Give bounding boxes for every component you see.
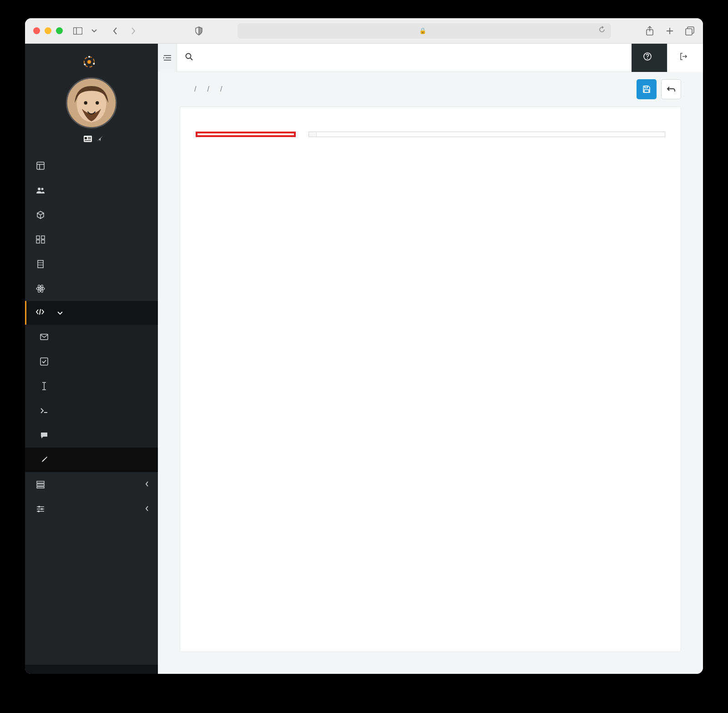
- brand-logo[interactable]: [25, 55, 158, 69]
- svg-rect-16: [88, 138, 91, 139]
- svg-rect-26: [41, 240, 45, 243]
- template-list: [196, 132, 296, 137]
- app-frame: / / /: [25, 44, 703, 674]
- sidebar-top: [25, 44, 158, 153]
- sidebar-item-settings[interactable]: [25, 497, 158, 521]
- svg-point-9: [84, 64, 86, 66]
- highlighted-templates: [196, 132, 296, 137]
- code-content[interactable]: [317, 132, 665, 137]
- svg-rect-17: [85, 140, 91, 141]
- window-maximize-button[interactable]: [56, 27, 63, 34]
- svg-point-22: [41, 188, 44, 190]
- sidebar: [25, 44, 158, 674]
- url-bar[interactable]: 🔒: [238, 23, 611, 39]
- content-panel: [180, 107, 681, 652]
- logo-icon: [82, 55, 96, 69]
- svg-rect-37: [37, 484, 44, 486]
- sidebar-sub-lambdas[interactable]: [25, 398, 158, 423]
- svg-point-8: [93, 63, 95, 65]
- sidebar-sub-forms[interactable]: [25, 349, 158, 374]
- svg-point-6: [87, 60, 91, 64]
- question-icon: [643, 52, 652, 63]
- search-icon: [185, 53, 193, 63]
- card-icon[interactable]: [84, 135, 92, 144]
- envelope-icon: [39, 332, 49, 342]
- sidebar-footer: [25, 665, 158, 674]
- window-close-button[interactable]: [33, 27, 40, 34]
- svg-rect-53: [644, 90, 649, 92]
- svg-rect-52: [645, 86, 647, 88]
- share-icon[interactable]: [645, 26, 655, 36]
- help-button[interactable]: [632, 44, 667, 72]
- logout-button[interactable]: [667, 44, 703, 72]
- sidebar-sub-themes[interactable]: [25, 448, 158, 472]
- save-button[interactable]: [637, 79, 657, 99]
- svg-rect-15: [88, 137, 91, 138]
- check-icon: [39, 356, 49, 367]
- page-header: / / /: [158, 72, 703, 107]
- comment-icon: [39, 430, 49, 440]
- location-icon[interactable]: [96, 135, 104, 144]
- traffic-lights: [33, 27, 63, 34]
- svg-rect-23: [36, 236, 40, 239]
- topbar: [158, 44, 703, 72]
- undo-button[interactable]: [661, 79, 681, 99]
- sidebar-toggle-icon[interactable]: [73, 26, 83, 36]
- svg-rect-34: [40, 334, 48, 340]
- code-icon: [35, 308, 45, 317]
- sidebar-item-entity-management[interactable]: [25, 472, 158, 497]
- chevron-down-icon[interactable]: [89, 26, 99, 36]
- sidebar-item-dashboard[interactable]: [25, 153, 158, 178]
- svg-point-7: [88, 56, 90, 58]
- svg-point-21: [38, 188, 40, 190]
- svg-point-51: [647, 58, 648, 59]
- browser-chrome: 🔒: [25, 18, 703, 44]
- editor-layout: [196, 132, 665, 137]
- plus-icon[interactable]: [665, 26, 675, 36]
- brush-icon: [39, 455, 49, 465]
- sidebar-sub-message-templates[interactable]: [25, 423, 158, 448]
- svg-point-44: [38, 510, 40, 512]
- window-minimize-button[interactable]: [45, 27, 51, 34]
- reload-icon[interactable]: [598, 26, 606, 36]
- users-icon: [35, 185, 46, 195]
- main-area: / / /: [158, 44, 703, 674]
- username-row: [25, 135, 158, 144]
- sidebar-item-applications[interactable]: [25, 203, 158, 227]
- sidebar-item-tenants[interactable]: [25, 252, 158, 276]
- search-wrapper: [177, 53, 632, 63]
- line-gutter: [309, 132, 317, 137]
- sidebar-item-customizations[interactable]: [25, 301, 158, 325]
- shield-icon[interactable]: [194, 26, 204, 36]
- search-input[interactable]: [200, 53, 623, 62]
- sidebar-sub-email-templates[interactable]: [25, 325, 158, 349]
- collapse-sidebar-button[interactable]: [158, 44, 177, 72]
- code-editor[interactable]: [308, 132, 665, 137]
- svg-rect-27: [38, 260, 43, 268]
- svg-rect-18: [37, 162, 44, 169]
- terminal-icon: [39, 406, 49, 416]
- tabs-icon[interactable]: [685, 26, 695, 36]
- avatar[interactable]: [66, 77, 117, 128]
- sidebar-item-groups[interactable]: [25, 227, 158, 252]
- back-icon[interactable]: [110, 26, 120, 36]
- sidebar-item-users[interactable]: [25, 178, 158, 203]
- tenants-icon: [35, 259, 46, 269]
- sidebar-sub-form-fields[interactable]: [25, 374, 158, 398]
- reactor-icon: [35, 284, 46, 294]
- svg-rect-36: [37, 481, 44, 483]
- mac-window: 🔒: [25, 18, 703, 674]
- svg-point-48: [186, 53, 191, 58]
- svg-rect-38: [37, 487, 44, 488]
- chevron-left-icon: [145, 504, 149, 514]
- svg-point-30: [40, 288, 41, 290]
- sidebar-item-reactor[interactable]: [25, 276, 158, 301]
- dashboard-icon: [35, 161, 46, 171]
- svg-rect-0: [74, 27, 82, 34]
- svg-rect-25: [36, 240, 40, 243]
- groups-icon: [35, 234, 46, 244]
- lock-icon: 🔒: [419, 27, 426, 34]
- forward-icon[interactable]: [128, 26, 138, 36]
- svg-rect-4: [686, 29, 692, 35]
- server-icon: [35, 479, 46, 489]
